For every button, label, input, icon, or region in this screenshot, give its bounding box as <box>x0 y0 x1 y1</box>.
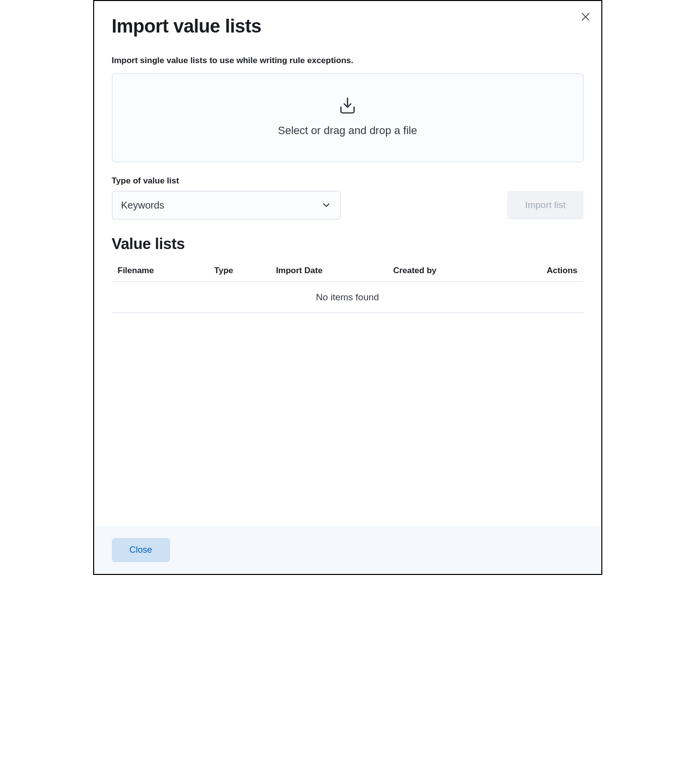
type-select[interactable]: Keywords <box>112 191 341 219</box>
page-subtitle: Import single value lists to use while w… <box>112 56 584 66</box>
col-actions: Actions <box>498 261 583 282</box>
value-lists-heading: Value lists <box>112 235 584 253</box>
table-header-row: Filename Type Import Date Created by Act… <box>112 261 584 282</box>
table-empty-row: No items found <box>112 282 584 313</box>
type-select-value: Keywords <box>121 200 165 211</box>
import-value-lists-modal: Import value lists Import single value l… <box>93 0 602 575</box>
file-dropzone[interactable]: Select or drag and drop a file <box>112 73 584 162</box>
import-list-button[interactable]: Import list <box>507 191 583 219</box>
close-button[interactable]: Close <box>112 538 170 562</box>
type-field-group: Type of value list Keywords <box>112 176 341 219</box>
modal-footer: Close <box>94 526 601 574</box>
type-form-row: Type of value list Keywords Import list <box>112 176 584 219</box>
close-icon[interactable] <box>580 11 591 23</box>
empty-message: No items found <box>112 282 584 313</box>
type-label: Type of value list <box>112 176 341 186</box>
col-import-date[interactable]: Import Date <box>270 261 387 282</box>
import-icon <box>338 96 357 115</box>
page-title: Import value lists <box>112 16 584 37</box>
col-created-by[interactable]: Created by <box>387 261 498 282</box>
type-select-wrap: Keywords <box>112 191 341 219</box>
col-type[interactable]: Type <box>208 261 270 282</box>
value-lists-table: Filename Type Import Date Created by Act… <box>112 261 584 313</box>
modal-content: Import value lists Import single value l… <box>94 1 601 526</box>
col-filename[interactable]: Filename <box>112 261 208 282</box>
dropzone-text: Select or drag and drop a file <box>278 124 417 137</box>
